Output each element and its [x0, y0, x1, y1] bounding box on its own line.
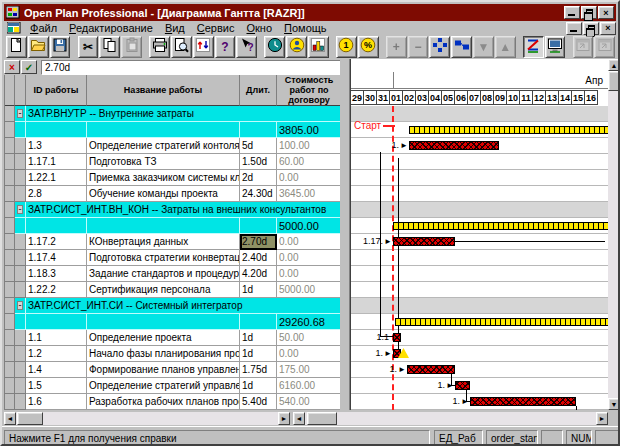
duration-cell[interactable]: 1d: [240, 330, 277, 346]
name-cell[interactable]: Приемка заказчиком системы клиент: [87, 170, 240, 186]
row-selector-cell[interactable]: [5, 170, 15, 186]
cell-edit-input[interactable]: [41, 60, 342, 75]
group-title-cell[interactable]: ЗАТР.ВНУТР -- Внутренние затраты: [26, 106, 340, 122]
restore-button[interactable]: [581, 6, 597, 19]
id-cell[interactable]: 1.2: [26, 346, 87, 362]
group-title-cell[interactable]: ЗАТР.СИСТ_ИНТ.ВН_КОН -- Затраты на внешн…: [26, 202, 340, 218]
accept-edit-button[interactable]: ✓: [21, 60, 37, 74]
name-cell[interactable]: [87, 122, 240, 138]
cost-cell[interactable]: 50.00: [277, 330, 340, 346]
row-selector-cell[interactable]: [5, 282, 15, 298]
cost-cell[interactable]: 0.00: [277, 250, 340, 266]
collapse-cell[interactable]: [15, 138, 26, 154]
collapse-cell[interactable]: [15, 154, 26, 170]
scroll-down-icon[interactable]: ▼: [608, 398, 620, 410]
scroll-left-icon[interactable]: ◄: [4, 412, 16, 425]
task-bar[interactable]: [393, 333, 401, 342]
collapse-cell[interactable]: [15, 266, 26, 282]
cost-cell[interactable]: 3805.00: [277, 122, 340, 138]
group-title-cell[interactable]: ЗАТР.СИСТ_ИНТ.СИ -- Системный интегратор: [26, 298, 340, 314]
cancel-edit-button[interactable]: ×: [4, 60, 20, 74]
summary-bar[interactable]: [409, 126, 608, 134]
collapse-icon[interactable]: -: [17, 109, 23, 118]
menu-item-window[interactable]: Окно: [240, 22, 278, 34]
row-selector-cell[interactable]: [5, 234, 15, 250]
task-bar[interactable]: [407, 365, 455, 374]
name-cell[interactable]: Формирование планов управления: [87, 362, 240, 378]
cost-cell[interactable]: 5000.00: [277, 218, 340, 234]
duration-cell[interactable]: 5d: [240, 138, 277, 154]
table-hscrollbar[interactable]: ◄ ►: [4, 412, 290, 425]
row-selector-cell[interactable]: [5, 266, 15, 282]
save-button[interactable]: [50, 36, 71, 58]
id-cell[interactable]: 1.6: [26, 394, 87, 410]
summary-bar[interactable]: [393, 222, 608, 230]
id-cell[interactable]: 1.17.1: [26, 154, 87, 170]
row-selector-cell[interactable]: [5, 394, 15, 410]
menu-item-help[interactable]: Помощь: [278, 22, 333, 34]
cost-cell[interactable]: 29260.68: [277, 314, 340, 330]
task-bar[interactable]: [393, 237, 455, 246]
scroll-left-icon[interactable]: ◄: [293, 412, 305, 425]
duration-cell[interactable]: [240, 122, 277, 138]
collapse-cell[interactable]: -: [15, 106, 26, 122]
scroll-up-icon[interactable]: ▲: [608, 59, 620, 71]
name-cell[interactable]: Подготовка стратегии конвертации: [87, 250, 240, 266]
open-button[interactable]: [28, 36, 49, 58]
collapse-cell[interactable]: [15, 394, 26, 410]
pane-splitter[interactable]: [340, 59, 350, 410]
name-cell[interactable]: Разработка рабочих планов проекта: [87, 394, 240, 410]
cost-cell[interactable]: 6160.00: [277, 378, 340, 394]
id-cell[interactable]: 2.8: [26, 186, 87, 202]
cost-cell[interactable]: 0.00: [277, 234, 340, 250]
name-cell[interactable]: Подготовка ТЗ: [87, 154, 240, 170]
row-selector-cell[interactable]: [5, 138, 15, 154]
duration-cell[interactable]: 1.50d: [240, 154, 277, 170]
duration-cell[interactable]: 1d: [240, 378, 277, 394]
collapse-cell[interactable]: [15, 218, 26, 234]
cost-cell[interactable]: 0.00: [277, 346, 340, 362]
name-cell[interactable]: [87, 218, 240, 234]
id-cell[interactable]: [26, 218, 87, 234]
mdi-minimize-button[interactable]: [566, 22, 582, 35]
duration-cell[interactable]: 5.40d: [240, 394, 277, 410]
close-button[interactable]: ×: [598, 6, 614, 19]
resource-analysis-button[interactable]: [286, 36, 307, 58]
id-cell[interactable]: 1.4: [26, 362, 87, 378]
id-cell[interactable]: 1.3: [26, 138, 87, 154]
cost-cell[interactable]: 540.00: [277, 394, 340, 410]
id-cell[interactable]: 1.1: [26, 330, 87, 346]
id-cell[interactable]: [26, 122, 87, 138]
new-document-button[interactable]: [6, 36, 27, 58]
duration-cell[interactable]: 1d: [240, 346, 277, 362]
row-selector-cell[interactable]: [5, 106, 15, 122]
copy-button[interactable]: [99, 36, 120, 58]
help-button[interactable]: ?: [215, 36, 236, 58]
scroll-right-icon[interactable]: ►: [596, 412, 608, 425]
menu-item-file[interactable]: Файл: [24, 22, 63, 34]
menu-item-tools[interactable]: Сервис: [191, 22, 241, 34]
duration-cell[interactable]: 1.75d: [240, 362, 277, 378]
gantt-view-button[interactable]: [523, 36, 544, 58]
collapse-cell[interactable]: [15, 378, 26, 394]
sort-button[interactable]: [193, 36, 214, 58]
menu-item-edit[interactable]: Редактирование: [63, 22, 159, 34]
row-selector-cell[interactable]: [5, 202, 15, 218]
cost-cell[interactable]: 100.00: [277, 138, 340, 154]
percent-complete-button[interactable]: %: [358, 36, 379, 58]
histogram-button[interactable]: [308, 36, 329, 58]
row-selector-cell[interactable]: [5, 362, 15, 378]
task-bar[interactable]: [409, 141, 499, 150]
id-cell[interactable]: 1.22.2: [26, 282, 87, 298]
cut-button[interactable]: ✂: [78, 36, 99, 58]
context-help-button[interactable]: ?: [236, 36, 257, 58]
vertical-scrollbar[interactable]: ▲ ▼: [608, 59, 620, 410]
time-analysis-button[interactable]: [264, 36, 285, 58]
name-cell[interactable]: Сертификация персонала: [87, 282, 240, 298]
task-bar[interactable]: [455, 381, 470, 390]
row-selector-cell[interactable]: [5, 122, 15, 138]
cost-cell[interactable]: 5000.00: [277, 282, 340, 298]
collapse-cell[interactable]: [15, 330, 26, 346]
name-cell[interactable]: Определение проекта: [87, 330, 240, 346]
collapse-cell[interactable]: [15, 234, 26, 250]
